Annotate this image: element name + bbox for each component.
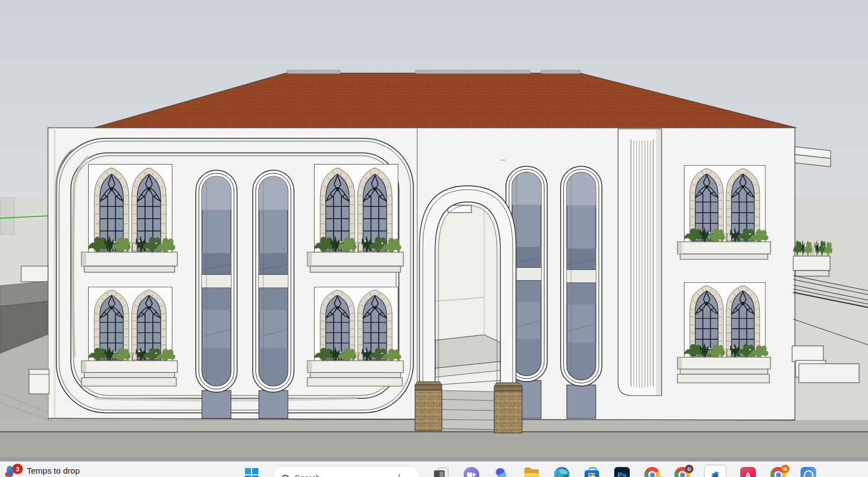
photoshop-icon[interactable]: Ps	[614, 466, 630, 477]
gothic-window-pair	[677, 282, 770, 383]
search-icon	[282, 475, 289, 477]
gothic-window-pair	[81, 287, 177, 386]
gothic-window-pair	[81, 165, 177, 273]
windows-taskbar: 3 Temps to drop Search	[0, 461, 868, 477]
copilot-icon[interactable]	[493, 466, 510, 477]
search-box[interactable]: Search	[273, 466, 419, 477]
sketchup-viewport[interactable]	[0, 0, 868, 462]
hip-roof	[94, 70, 797, 128]
sketchup-icon[interactable]	[704, 465, 726, 477]
entrance-arch	[415, 186, 522, 433]
sketchup-logo-icon	[708, 469, 722, 477]
profile-badge: D	[685, 465, 693, 473]
taskbar-center: Search	[243, 462, 817, 477]
desktop: 3 Temps to drop Search	[0, 0, 868, 477]
building-model	[0, 0, 868, 462]
taskbar-weather-widget[interactable]: 3 Temps to drop	[4, 464, 80, 477]
edge-icon[interactable]	[553, 466, 570, 477]
start-button[interactable]	[243, 466, 260, 477]
gothic-window-pair	[307, 287, 403, 386]
chrome-profile-n-icon[interactable]: N	[770, 466, 787, 477]
search-doodle-icon	[388, 474, 412, 477]
windows-logo-icon	[245, 468, 258, 477]
search-placeholder: Search	[295, 474, 320, 477]
file-explorer-icon[interactable]	[523, 466, 540, 477]
a-app-icon[interactable]: A	[740, 466, 756, 477]
task-view-icon[interactable]	[433, 466, 450, 477]
chrome-icon[interactable]	[644, 466, 660, 477]
microsoft-store-icon[interactable]	[584, 466, 600, 477]
gothic-window-pair	[307, 165, 403, 273]
fluted-pilaster	[618, 129, 662, 396]
notification-badge: 3	[12, 464, 23, 474]
photos-icon[interactable]	[800, 466, 817, 477]
weather-label: Temps to drop	[27, 466, 80, 475]
profile-badge: N	[781, 465, 789, 473]
gothic-window-pair	[677, 165, 770, 259]
video-call-icon[interactable]	[463, 466, 480, 477]
chrome-profile-d-icon[interactable]: D	[674, 466, 691, 477]
